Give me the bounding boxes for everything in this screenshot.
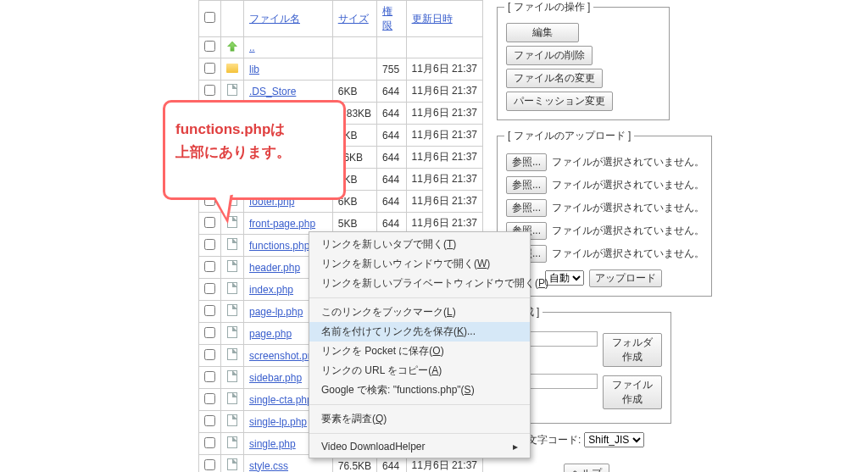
file-icon (227, 392, 237, 404)
file-perm: 644 (377, 147, 406, 169)
ctx-save-to-pocket[interactable]: リンクを Pocket に保存(O) (309, 342, 530, 361)
table-row: .DS_Store6KB64411月6日 21:37 (199, 81, 483, 103)
file-perm: 644 (377, 191, 406, 213)
browse-button[interactable]: 参照... (506, 153, 547, 171)
file-icon (227, 370, 237, 382)
ctx-save-link-as[interactable]: 名前を付けてリンク先を保存(K)... (309, 322, 530, 342)
mkfile-button[interactable]: ファイル作成 (603, 375, 662, 409)
upload-button[interactable]: アップロード (589, 269, 662, 287)
row-checkbox[interactable] (204, 63, 215, 74)
file-link[interactable]: page.php (249, 328, 292, 340)
file-date: 11月6日 21:37 (406, 147, 482, 169)
row-checkbox[interactable] (204, 283, 215, 294)
row-checkbox[interactable] (204, 261, 215, 272)
file-perm: 644 (377, 169, 406, 191)
row-checkbox[interactable] (204, 41, 215, 52)
ctx-bookmark-link[interactable]: このリンクをブックマーク(L) (309, 303, 530, 322)
file-size (332, 58, 376, 81)
sort-date-link[interactable]: 更新日時 (412, 13, 453, 25)
file-ops-legend: [ ファイルの操作 ] (504, 0, 593, 14)
delete-button[interactable]: ファイルの削除 (506, 46, 593, 65)
browse-button[interactable]: 参照... (506, 199, 547, 217)
row-checkbox[interactable] (204, 327, 215, 338)
folder-icon (226, 64, 238, 73)
up-arrow-icon (227, 42, 237, 52)
file-link[interactable]: functions.php (249, 240, 309, 252)
browse-button[interactable]: 参照... (506, 176, 547, 194)
file-link[interactable]: header.php (249, 262, 300, 274)
table-row: .. (199, 37, 483, 58)
file-link[interactable]: .. (249, 42, 255, 53)
row-checkbox[interactable] (204, 305, 215, 316)
file-icon (227, 304, 237, 316)
ctx-open-new-window[interactable]: リンクを新しいウィンドウで開く(W) (309, 254, 530, 274)
row-checkbox[interactable] (204, 217, 215, 228)
ctx-search-google[interactable]: Google で検索: "functions.php"(S) (309, 380, 530, 400)
file-icon (227, 326, 237, 338)
upload-status: ファイルが選択されていません。 (552, 247, 704, 261)
context-menu: リンクを新しいタブで開く(T) リンクを新しいウィンドウで開く(W) リンクを新… (309, 231, 531, 458)
mkdir-button[interactable]: フォルダ作成 (603, 333, 662, 367)
file-link[interactable]: index.php (249, 284, 293, 296)
file-date: 11月6日 21:37 (406, 169, 482, 191)
encoding-select[interactable]: Shift_JIS (584, 432, 644, 447)
upload-legend: [ ファイルのアップロード ] (504, 129, 634, 143)
upload-status: ファイルが選択されていません。 (552, 155, 704, 169)
file-link[interactable]: page-lp.php (249, 306, 303, 318)
file-link[interactable]: style.css (249, 460, 288, 472)
file-date (406, 37, 482, 58)
file-perm (377, 37, 406, 58)
table-row: lib75511月6日 21:37 (199, 58, 483, 81)
file-date: 11月6日 21:37 (406, 58, 482, 81)
ctx-open-new-tab[interactable]: リンクを新しいタブで開く(T) (309, 235, 530, 254)
file-icon (227, 260, 237, 272)
file-icon (227, 414, 237, 426)
row-checkbox[interactable] (204, 393, 215, 404)
ctx-copy-link-url[interactable]: リンクの URL をコピー(A) (309, 361, 530, 380)
upload-mode-select[interactable]: 自動 (545, 270, 584, 286)
file-size (332, 37, 376, 58)
sort-perm-link[interactable]: 権限 (382, 5, 392, 31)
upload-status: ファイルが選択されていません。 (552, 201, 704, 215)
file-date: 11月6日 21:37 (406, 81, 482, 103)
file-perm: 755 (377, 58, 406, 81)
edit-button[interactable]: 編集 (506, 23, 579, 42)
row-checkbox[interactable] (204, 349, 215, 360)
file-date: 11月6日 21:37 (406, 125, 482, 147)
file-date: 11月6日 21:37 (406, 191, 482, 213)
file-icon (227, 458, 237, 470)
file-ops-panel: [ ファイルの操作 ] 編集 ファイルの削除 ファイル名の変更 パーミッション変… (497, 0, 670, 120)
row-checkbox[interactable] (204, 415, 215, 426)
ctx-video-downloadhelper[interactable]: Video DownloadHelper▸ (309, 438, 530, 455)
file-perm: 644 (377, 81, 406, 103)
upload-status: ファイルが選択されていません。 (552, 224, 704, 238)
select-all-checkbox[interactable] (204, 12, 215, 23)
chmod-button[interactable]: パーミッション変更 (506, 92, 613, 111)
file-date: 11月6日 21:37 (406, 103, 482, 125)
file-link[interactable]: lib (249, 64, 259, 75)
file-link[interactable]: single.php (249, 438, 296, 450)
file-icon (227, 238, 237, 250)
file-perm: 644 (377, 125, 406, 147)
rename-button[interactable]: ファイル名の変更 (506, 69, 603, 88)
row-checkbox[interactable] (204, 85, 215, 96)
file-link[interactable]: sidebar.php (249, 372, 302, 384)
help-button[interactable]: ヘルプ (564, 464, 609, 472)
file-link[interactable]: single-cta.php (249, 394, 313, 406)
ctx-inspect-element[interactable]: 要素を調査(Q) (309, 409, 530, 429)
sort-name-link[interactable]: ファイル名 (249, 13, 300, 25)
row-checkbox[interactable] (204, 459, 215, 470)
row-checkbox[interactable] (204, 239, 215, 250)
file-link[interactable]: .DS_Store (249, 86, 296, 97)
file-link[interactable]: front-page.php (249, 218, 315, 230)
file-perm: 644 (377, 103, 406, 125)
file-icon (227, 282, 237, 294)
ctx-open-private-window[interactable]: リンクを新しいプライベートウィンドウで開く(P) (309, 274, 530, 293)
file-size: 6KB (332, 81, 376, 103)
row-checkbox[interactable] (204, 437, 215, 448)
row-checkbox[interactable] (204, 371, 215, 382)
submenu-arrow-icon: ▸ (513, 441, 518, 453)
sort-size-link[interactable]: サイズ (338, 13, 369, 25)
file-link[interactable]: single-lp.php (249, 416, 307, 428)
file-icon (227, 436, 237, 448)
